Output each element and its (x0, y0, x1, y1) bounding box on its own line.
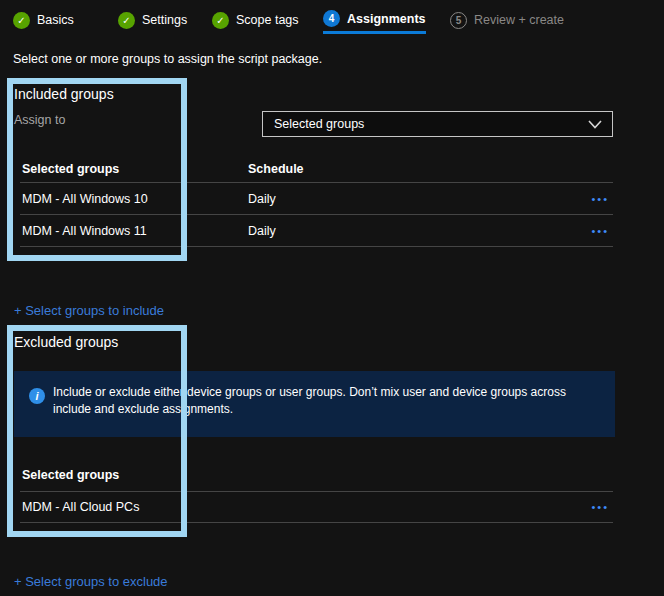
check-icon: ✓ (118, 12, 135, 29)
table-row[interactable]: MDM - All Windows 11 Daily ••• (20, 215, 613, 247)
info-banner-text: Include or exclude either device groups … (53, 384, 599, 418)
column-header-selected-groups: Selected groups (20, 468, 248, 482)
info-icon: i (29, 388, 45, 404)
tab-basics-label: Basics (37, 13, 74, 27)
group-name: MDM - All Windows 11 (20, 224, 248, 238)
tab-settings[interactable]: ✓ Settings (118, 6, 187, 34)
excluded-groups-heading: Excluded groups (14, 334, 118, 350)
more-options-icon[interactable]: ••• (591, 225, 609, 237)
assign-to-dropdown-value: Selected groups (274, 117, 364, 131)
tab-assignments-label: Assignments (347, 12, 426, 26)
step-number-icon: 5 (450, 12, 467, 29)
info-banner: i Include or exclude either device group… (14, 371, 615, 437)
included-groups-table: Selected groups Schedule MDM - All Windo… (20, 155, 613, 247)
group-name: MDM - All Windows 10 (20, 192, 248, 206)
tab-review-create[interactable]: 5 Review + create (450, 6, 564, 34)
excluded-groups-table: Selected groups MDM - All Cloud PCs ••• (20, 458, 613, 523)
tab-basics[interactable]: ✓ Basics (13, 6, 74, 34)
excluded-table-header: Selected groups (20, 458, 613, 492)
step-number-icon: 4 (323, 10, 340, 27)
included-groups-heading: Included groups (14, 86, 114, 102)
group-name: MDM - All Cloud PCs (20, 500, 248, 514)
more-options-icon[interactable]: ••• (591, 193, 609, 205)
tab-assignments[interactable]: 4 Assignments (323, 6, 426, 34)
table-row[interactable]: MDM - All Windows 10 Daily ••• (20, 183, 613, 215)
check-icon: ✓ (13, 12, 30, 29)
assign-to-label: Assign to (14, 113, 65, 127)
tab-review-create-label: Review + create (474, 13, 564, 27)
table-row[interactable]: MDM - All Cloud PCs ••• (20, 492, 613, 523)
page-description: Select one or more groups to assign the … (13, 52, 322, 66)
tab-scope-tags[interactable]: ✓ Scope tags (212, 6, 299, 34)
chevron-down-icon (588, 120, 602, 129)
select-groups-to-exclude-link[interactable]: + Select groups to exclude (14, 574, 168, 589)
column-header-selected-groups: Selected groups (20, 162, 248, 176)
schedule-value: Daily (248, 224, 573, 238)
tab-scope-tags-label: Scope tags (236, 13, 299, 27)
column-header-schedule: Schedule (248, 162, 573, 176)
schedule-value: Daily (248, 192, 573, 206)
select-groups-to-include-link[interactable]: + Select groups to include (14, 303, 164, 318)
check-icon: ✓ (212, 12, 229, 29)
more-options-icon[interactable]: ••• (591, 501, 609, 513)
assign-to-dropdown[interactable]: Selected groups (262, 111, 613, 137)
included-table-header: Selected groups Schedule (20, 155, 613, 183)
tab-settings-label: Settings (142, 13, 187, 27)
